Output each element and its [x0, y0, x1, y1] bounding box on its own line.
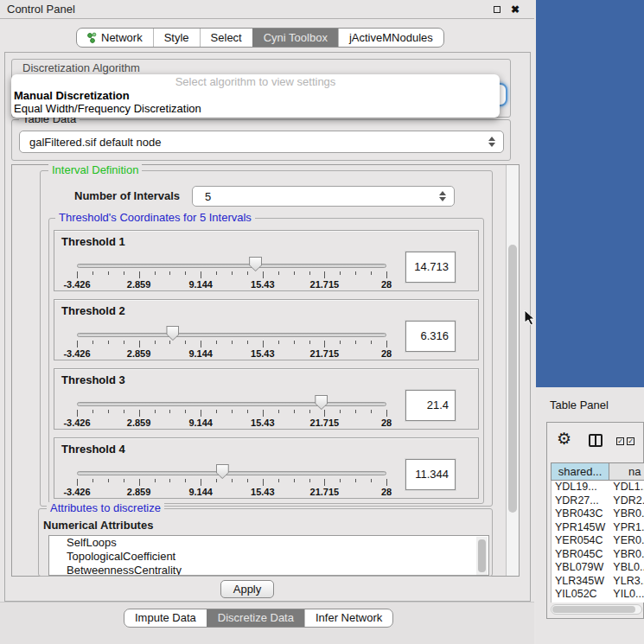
tick-mark [309, 479, 310, 482]
mouse-cursor [524, 309, 536, 327]
tab-label: Impute Data [135, 609, 196, 627]
tab-select[interactable]: Select [200, 29, 252, 47]
tick-label: -3.426 [63, 487, 90, 497]
tick-mark [201, 341, 201, 348]
table-row[interactable]: YDR27...YDR2... [552, 494, 644, 508]
table-row[interactable]: YBL079WYBL0... [552, 561, 644, 575]
tick-mark [263, 341, 264, 348]
table-cell[interactable]: YER054C [552, 534, 609, 548]
slider-track[interactable] [77, 333, 386, 337]
scrollbar-thumb[interactable] [552, 606, 635, 613]
table-hscrollbar[interactable] [551, 604, 642, 615]
tick-mark [201, 271, 201, 278]
screen: Control Panel ✖ NetworkStyleSelectCyni T… [0, 0, 644, 644]
attributes-scrollbar[interactable] [476, 537, 488, 576]
tick-mark [247, 271, 248, 275]
dropdown-option-equal-width[interactable]: Equal Width/Frequency Discretization [14, 102, 201, 115]
table-row[interactable]: YER054CYER0... [552, 534, 644, 548]
table-row[interactable]: YDL19...YDL1... [552, 481, 644, 494]
attribute-item-betweennesscentrality[interactable]: BetweennessCentrality [49, 564, 488, 576]
table-cell[interactable]: YBL0... [609, 561, 644, 575]
tick-label: 21.715 [310, 487, 340, 497]
float-window-button[interactable] [491, 3, 503, 16]
tab-cyni-toolbox[interactable]: Cyni Toolbox [252, 29, 338, 47]
tick-label: 28 [381, 279, 392, 290]
tab-impute-data[interactable]: Impute Data [124, 609, 207, 627]
checkbox-icon[interactable]: ✓ [627, 437, 634, 445]
tab-style[interactable]: Style [153, 29, 200, 47]
attribute-item-topologicalcoefficient[interactable]: TopologicalCoefficient [49, 550, 488, 564]
slider-thumb[interactable] [166, 326, 179, 341]
tick-mark [185, 410, 186, 413]
table-cell[interactable]: YBR043C [552, 507, 609, 521]
attribute-item-selfloops[interactable]: SelfLoops [49, 536, 488, 550]
table-row[interactable]: YIL052CYIL0... [552, 588, 644, 602]
tick-mark [185, 271, 186, 275]
scrollbar-thumb[interactable] [508, 245, 517, 513]
attributes-listbox: SelfLoopsTopologicalCoefficientBetweenne… [48, 535, 489, 576]
dropdown-option-manual[interactable]: Manual Discretization [14, 89, 130, 102]
slider-thumb[interactable] [249, 257, 262, 271]
tick-mark [155, 271, 156, 275]
slider-thumb[interactable] [216, 464, 229, 479]
attributes-group-title: Attributes to discretize [47, 502, 164, 514]
table-data-combobox[interactable]: galFiltered.sif default node [19, 131, 504, 153]
table-cell[interactable]: YDR2... [609, 494, 644, 508]
apply-button[interactable]: Apply [220, 580, 274, 598]
tab-discretize-data[interactable]: Discretize Data [207, 609, 304, 627]
table-cell[interactable]: YIL0... [609, 588, 644, 602]
scrollbar-thumb[interactable] [478, 539, 486, 572]
threshold-value-field[interactable]: 11.344 [405, 459, 456, 490]
table-cell[interactable]: YBL079W [552, 561, 609, 575]
column-selector-icon[interactable] [589, 434, 603, 447]
checkbox-icon[interactable]: ✓ [616, 437, 624, 445]
settings-scrollbar[interactable] [506, 165, 519, 576]
table-cell[interactable]: YIL052C [552, 588, 609, 602]
tab-network[interactable]: Network [77, 29, 153, 47]
column-header-shared-name[interactable]: shared... [551, 462, 609, 481]
tab-infer-network[interactable]: Infer Network [304, 609, 392, 627]
tick-label: -3.426 [63, 279, 90, 290]
gear-icon[interactable]: ⚙ [557, 430, 571, 449]
table-row[interactable]: YBR045CYBR0... [552, 548, 644, 562]
table-cell[interactable]: YDR27... [552, 494, 609, 508]
column-header-name[interactable]: na [609, 462, 644, 481]
table-cell[interactable]: YPR1... [609, 521, 644, 535]
threshold-value-field[interactable]: 6.316 [405, 321, 456, 352]
tick-mark [108, 341, 109, 344]
table-cell[interactable]: YER0... [609, 534, 644, 548]
tick-label: 21.715 [310, 348, 340, 359]
table-row[interactable]: YLR345WYLR3... [552, 575, 644, 589]
table-cell[interactable]: YLR3... [609, 575, 644, 589]
table-cell[interactable]: YBR0... [609, 548, 644, 562]
tick-mark [278, 410, 279, 413]
slider-thumb[interactable] [315, 395, 328, 410]
slider-track[interactable] [77, 471, 386, 475]
interval-definition-title: Interval Definition [48, 164, 142, 176]
table-cell[interactable]: YDL19... [552, 481, 609, 494]
table-cell[interactable]: YDL1... [609, 481, 644, 494]
table-cell[interactable]: YBR0... [609, 507, 644, 521]
tick-mark [340, 271, 341, 275]
tick-mark [263, 410, 264, 417]
threshold-value-field[interactable]: 21.4 [405, 390, 456, 421]
table-cell[interactable]: YBR045C [552, 548, 609, 562]
slider-track[interactable] [77, 264, 386, 268]
num-intervals-combobox[interactable]: 5 [192, 186, 455, 207]
threshold-value-field[interactable]: 14.713 [405, 252, 456, 283]
slider-track[interactable] [77, 402, 386, 406]
numerical-attributes-label: Numerical Attributes [43, 519, 153, 532]
table-row[interactable]: YBR043CYBR0... [552, 507, 644, 521]
tab-jactivemnodules[interactable]: jActiveMNodules [338, 29, 443, 47]
table-cell[interactable]: YLR345W [552, 575, 609, 589]
table-row[interactable]: YPR145WYPR1... [552, 521, 644, 535]
num-intervals-value: 5 [205, 187, 211, 206]
tick-mark [355, 341, 356, 344]
table-cell[interactable]: YPR145W [552, 521, 609, 535]
num-intervals-label: Number of Intervals [74, 189, 180, 202]
close-panel-button[interactable]: ✖ [509, 3, 521, 16]
tick-label: 21.715 [310, 418, 340, 428]
network-view-region: GAL80GACGAL11GAL4GCY1HHAP2 [536, 0, 644, 387]
table-header-row: shared... na [551, 462, 644, 481]
tick-label: 28 [381, 348, 392, 359]
